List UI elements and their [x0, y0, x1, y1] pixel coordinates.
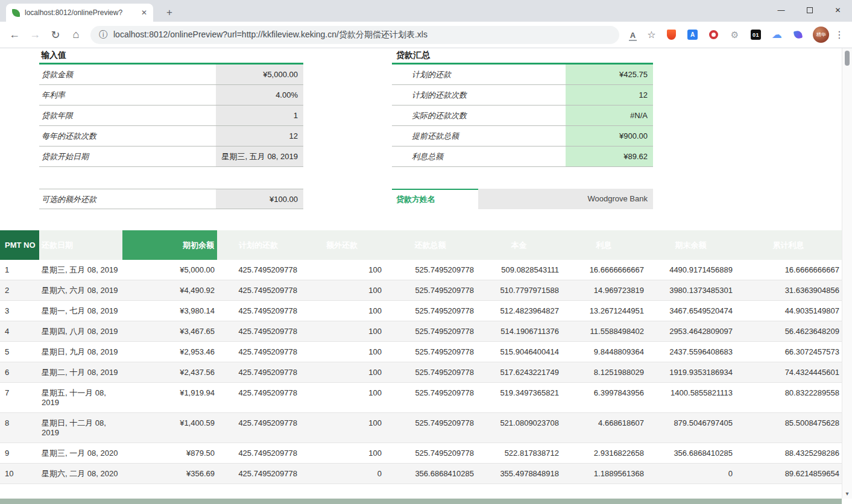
- bird-extension-icon[interactable]: [789, 27, 807, 43]
- table-cell: 4490.9171456889: [646, 260, 735, 280]
- table-cell: 100: [300, 280, 384, 300]
- close-window-button[interactable]: ✕: [824, 0, 852, 20]
- close-tab-icon[interactable]: ✕: [141, 8, 147, 17]
- field-value: 星期三, 五月 08, 2019: [216, 146, 303, 166]
- table-cell: 100: [300, 362, 384, 382]
- table-row: 6星期二, 十月 08, 2019¥2,437.56425.7495209778…: [0, 362, 842, 383]
- maximize-button[interactable]: [795, 0, 824, 20]
- ring-extension-icon[interactable]: [705, 27, 722, 43]
- table-row: 1星期三, 五月 08, 2019¥5,000.00425.7495209778…: [0, 260, 842, 280]
- table-cell: 510.7797971588: [476, 280, 561, 300]
- column-header: PMT NO: [0, 230, 39, 260]
- table-cell: 525.7495209778: [384, 301, 476, 321]
- table-cell: 356.6868410285: [646, 443, 735, 463]
- table-cell: 4.668618607: [561, 413, 646, 443]
- reload-icon[interactable]: ↻: [47, 28, 64, 42]
- scrollbar-thumb[interactable]: [845, 51, 850, 66]
- translate-extension-icon[interactable]: A: [684, 27, 701, 43]
- new-tab-button[interactable]: +: [162, 5, 177, 20]
- translate-icon[interactable]: A: [625, 30, 640, 40]
- navigation-bar: ← → ↻ ⌂ ⓘ localhost:8012/onlinePreview?u…: [0, 22, 852, 48]
- table-cell: 425.7495209778: [217, 260, 300, 280]
- url-text: localhost:8012/onlinePreview?url=http://…: [113, 30, 428, 40]
- amortization-table-header: PMT NO还款日期期初余额计划的还款额外还款还款总额本金利息期末余额累计利息: [0, 230, 842, 260]
- field-value: 12: [566, 85, 653, 105]
- table-cell: 7: [0, 383, 39, 412]
- table-cell: 2437.5596408683: [646, 342, 735, 362]
- table-cell: 100: [300, 321, 384, 341]
- table-cell: 星期四, 八月 08, 2019: [39, 321, 122, 341]
- cloud-extension-icon[interactable]: ☁: [768, 27, 786, 43]
- browser-tab[interactable]: localhost:8012/onlinePreview? ✕: [6, 4, 153, 22]
- table-cell: ¥1,400.59: [122, 413, 217, 443]
- scroll-down-icon[interactable]: ▾: [842, 490, 852, 497]
- field-label: 年利率: [39, 85, 216, 105]
- window-controls: — ✕: [767, 0, 852, 20]
- field-label: 计划的还款次数: [392, 85, 566, 105]
- table-cell: 10: [0, 464, 39, 484]
- table-cell: ¥879.50: [122, 443, 217, 463]
- field-value: ¥900.00: [566, 126, 653, 146]
- home-icon[interactable]: ⌂: [68, 28, 84, 41]
- table-cell: 星期六, 二月 08, 2020: [39, 464, 122, 484]
- table-cell: 522.817838712: [476, 443, 561, 463]
- table-cell: 3467.6549520474: [646, 301, 735, 321]
- table-cell: 425.7495209778: [217, 383, 300, 412]
- table-cell: 8.1251988029: [561, 362, 646, 382]
- table-cell: 517.6243221749: [476, 362, 561, 382]
- bottom-scrollbar[interactable]: [0, 499, 842, 504]
- tab-title: localhost:8012/onlinePreview?: [25, 8, 136, 17]
- table-cell: ¥3,980.14: [122, 301, 217, 321]
- table-cell: 355.4978848918: [476, 464, 561, 484]
- column-header: 累计利息: [735, 230, 842, 260]
- table-row: 3星期一, 七月 08, 2019¥3,980.14425.7495209778…: [0, 301, 842, 321]
- table-cell: ¥1,919.94: [122, 383, 217, 412]
- maximize-icon: [807, 7, 813, 13]
- profile-avatar[interactable]: 精华: [813, 27, 829, 43]
- table-cell: 9.8448809364: [561, 342, 646, 362]
- table-cell: 6.3997843956: [561, 383, 646, 412]
- address-bar[interactable]: ⓘ localhost:8012/onlinePreview?url=http:…: [90, 26, 619, 44]
- table-cell: 515.9046400414: [476, 342, 561, 362]
- column-header: 还款日期: [39, 230, 122, 260]
- table-cell: ¥2,953.46: [122, 342, 217, 362]
- badge-01-extension-icon[interactable]: 01: [747, 27, 765, 43]
- table-cell: 星期一, 七月 08, 2019: [39, 301, 122, 321]
- table-cell: 525.7495209778: [384, 383, 476, 412]
- extra-payment-row: 可选的额外还款 ¥100.00: [39, 189, 303, 209]
- info-icon[interactable]: ⓘ: [99, 30, 107, 40]
- input-panel-title: 输入值: [41, 50, 66, 61]
- table-cell: 356.6868410285: [384, 464, 476, 484]
- field-label: 提前还款总额: [392, 126, 566, 146]
- table-cell: 星期日, 十二月 08, 2019: [39, 413, 122, 443]
- table-cell: 425.7495209778: [217, 464, 300, 484]
- browser-menu-icon[interactable]: ⋮: [833, 29, 846, 40]
- table-cell: 星期三, 五月 08, 2019: [39, 260, 122, 280]
- bookmark-star-icon[interactable]: ☆: [644, 29, 659, 40]
- table-cell: 80.8322289558: [735, 383, 842, 412]
- field-value: ¥5,000.00: [216, 65, 303, 84]
- table-cell: 100: [300, 260, 384, 280]
- back-icon[interactable]: ←: [6, 28, 23, 41]
- minimize-button[interactable]: —: [767, 0, 795, 20]
- field-value: ¥100.00: [216, 189, 303, 209]
- amortization-table-body: 1星期三, 五月 08, 2019¥5,000.00425.7495209778…: [0, 260, 842, 484]
- shield-extension-icon[interactable]: [663, 27, 680, 43]
- table-cell: 星期日, 九月 08, 2019: [39, 342, 122, 362]
- table-cell: 525.7495209778: [384, 362, 476, 382]
- summary-panel: 计划的还款¥425.75计划的还款次数12实际的还款次数#N/A提前还款总额¥9…: [392, 65, 653, 167]
- column-header: 还款总额: [384, 230, 476, 260]
- table-cell: 100: [300, 443, 384, 463]
- table-cell: 3: [0, 301, 39, 321]
- table-cell: 100: [300, 342, 384, 362]
- column-header: 期初余额: [122, 230, 217, 260]
- panel-row: 实际的还款次数#N/A: [392, 106, 653, 126]
- gear-extension-icon[interactable]: ⚙: [726, 27, 743, 43]
- vertical-scrollbar[interactable]: ▾: [842, 48, 852, 499]
- table-row: 10星期六, 二月 08, 2020¥356.69425.74952097780…: [0, 464, 842, 484]
- forward-icon[interactable]: →: [27, 28, 43, 41]
- panel-row: 贷款年限1: [39, 106, 303, 126]
- table-cell: 525.7495209778: [384, 260, 476, 280]
- table-cell: ¥356.69: [122, 464, 217, 484]
- table-cell: 425.7495209778: [217, 342, 300, 362]
